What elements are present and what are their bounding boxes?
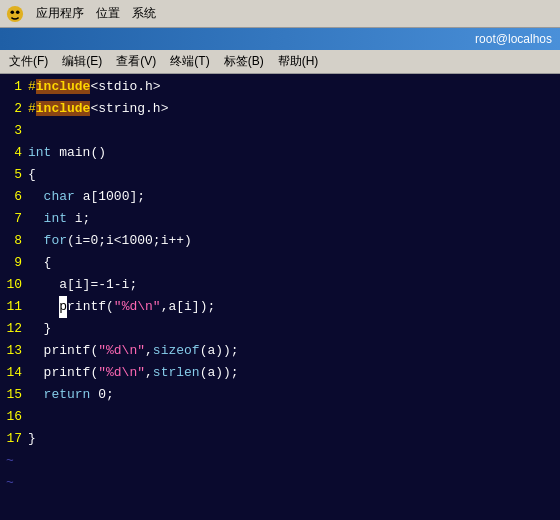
- line-number-4: 4: [0, 142, 28, 164]
- svg-point-2: [16, 10, 20, 14]
- svg-point-0: [7, 5, 23, 21]
- line-content-1: #include<stdio.h>: [28, 76, 161, 98]
- line-number-1: 1: [0, 76, 28, 98]
- code-line-13: 13 printf("%d\n",sizeof(a));: [0, 340, 560, 362]
- menu-system[interactable]: 系统: [132, 5, 156, 22]
- code-line-11: 11 printf("%d\n",a[i]);: [0, 296, 560, 318]
- line-content-7: int i;: [28, 208, 90, 230]
- code-line-14: 14 printf("%d\n",strlen(a));: [0, 362, 560, 384]
- line-content-5: {: [28, 164, 36, 186]
- line-content-6: char a[1000];: [28, 186, 145, 208]
- menu-bar: 文件(F) 编辑(E) 查看(V) 终端(T) 标签(B) 帮助(H): [0, 50, 560, 74]
- line-content-4: int main(): [28, 142, 106, 164]
- line-content-17: }: [28, 428, 36, 450]
- menu-terminal[interactable]: 终端(T): [165, 51, 214, 72]
- line-number-15: 15: [0, 384, 28, 406]
- line-number-13: 13: [0, 340, 28, 362]
- line-number-17: 17: [0, 428, 28, 450]
- line-number-9: 9: [0, 252, 28, 274]
- system-bar: 应用程序 位置 系统: [0, 0, 560, 28]
- code-line-12: 12 }: [0, 318, 560, 340]
- title-bar: root@localhos: [0, 28, 560, 50]
- code-lines: 1 #include<stdio.h> 2 #include<string.h>…: [0, 74, 560, 520]
- svg-point-1: [11, 10, 15, 14]
- code-line-15: 15 return 0;: [0, 384, 560, 406]
- line-content-3: [28, 120, 36, 142]
- line-content-10: a[i]=-1-i;: [28, 274, 137, 296]
- menu-view[interactable]: 查看(V): [111, 51, 161, 72]
- menu-edit[interactable]: 编辑(E): [57, 51, 107, 72]
- line-number-10: 10: [0, 274, 28, 296]
- code-line-4: 4 int main(): [0, 142, 560, 164]
- line-number-3: 3: [0, 120, 28, 142]
- line-number-5: 5: [0, 164, 28, 186]
- cursor: p: [59, 296, 67, 318]
- tilde-line-2: ~: [0, 472, 560, 494]
- line-number-6: 6: [0, 186, 28, 208]
- menu-apps[interactable]: 应用程序: [36, 5, 84, 22]
- line-content-16: [28, 406, 36, 428]
- line-number-2: 2: [0, 98, 28, 120]
- line-content-12: }: [28, 318, 51, 340]
- code-line-9: 9 {: [0, 252, 560, 274]
- line-content-14: printf("%d\n",strlen(a));: [28, 362, 239, 384]
- code-line-2: 2 #include<string.h>: [0, 98, 560, 120]
- code-line-7: 7 int i;: [0, 208, 560, 230]
- line-number-7: 7: [0, 208, 28, 230]
- code-line-17: 17 }: [0, 428, 560, 450]
- line-number-12: 12: [0, 318, 28, 340]
- menu-location[interactable]: 位置: [96, 5, 120, 22]
- tilde-line-1: ~: [0, 450, 560, 472]
- line-content-9: {: [28, 252, 51, 274]
- line-content-2: #include<string.h>: [28, 98, 168, 120]
- menu-file[interactable]: 文件(F): [4, 51, 53, 72]
- line-number-8: 8: [0, 230, 28, 252]
- line-content-8: for(i=0;i<1000;i++): [28, 230, 192, 252]
- line-number-11: 11: [0, 296, 28, 318]
- menu-tabs[interactable]: 标签(B): [219, 51, 269, 72]
- line-content-13: printf("%d\n",sizeof(a));: [28, 340, 239, 362]
- code-line-10: 10 a[i]=-1-i;: [0, 274, 560, 296]
- line-number-16: 16: [0, 406, 28, 428]
- code-line-3: 3: [0, 120, 560, 142]
- vim-editor[interactable]: 1 #include<stdio.h> 2 #include<string.h>…: [0, 74, 560, 520]
- line-content-15: return 0;: [28, 384, 114, 406]
- window-title: root@localhos: [475, 32, 552, 46]
- menu-help[interactable]: 帮助(H): [273, 51, 324, 72]
- code-line-8: 8 for(i=0;i<1000;i++): [0, 230, 560, 252]
- code-line-1: 1 #include<stdio.h>: [0, 76, 560, 98]
- system-logo-icon: [6, 5, 24, 23]
- code-line-6: 6 char a[1000];: [0, 186, 560, 208]
- code-line-5: 5 {: [0, 164, 560, 186]
- line-content-11: printf("%d\n",a[i]);: [28, 296, 215, 318]
- code-line-16: 16: [0, 406, 560, 428]
- line-number-14: 14: [0, 362, 28, 384]
